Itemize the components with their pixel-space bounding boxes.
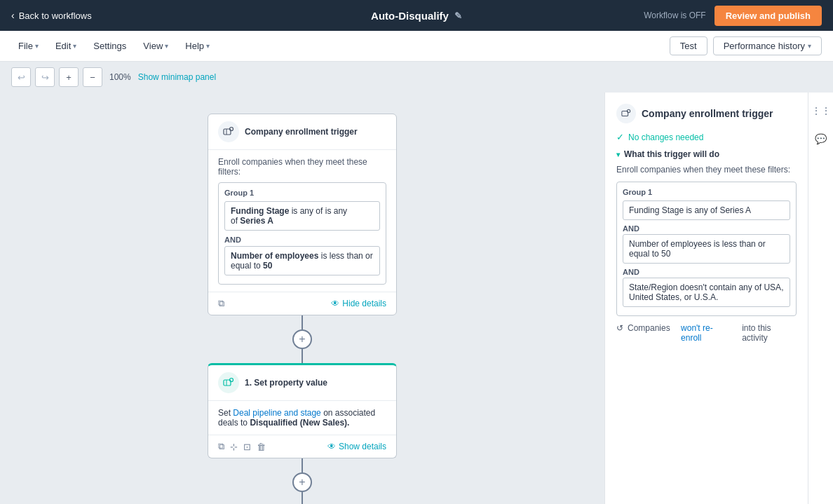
file-menu-label: File bbox=[18, 41, 33, 51]
zoom-out-button[interactable]: − bbox=[83, 67, 102, 87]
workflow-canvas: Company enrollment trigger Enroll compan… bbox=[0, 93, 604, 504]
panel-filter2-key: Number of employees bbox=[629, 239, 711, 249]
canvas-area: Company enrollment trigger Enroll compan… bbox=[0, 93, 833, 504]
action-body-text: Set bbox=[218, 408, 231, 418]
copy-trigger-icon[interactable]: ⧉ bbox=[218, 298, 224, 309]
show-minimap-link[interactable]: Show minimap panel bbox=[138, 72, 216, 82]
reenroll-link[interactable]: won't re-enroll bbox=[681, 323, 731, 343]
zoom-in-button[interactable]: + bbox=[59, 67, 79, 87]
workflow-name: Auto-Disqualify bbox=[371, 10, 449, 22]
trigger-card-header: Company enrollment trigger bbox=[208, 114, 396, 150]
right-sidebar: ⋮⋮ 💬 bbox=[808, 93, 833, 504]
panel-filter-1: Funding Stage is any of Series A bbox=[623, 200, 790, 220]
reenroll-text: Companies bbox=[628, 323, 670, 333]
filter1-val: Series A bbox=[240, 216, 273, 226]
show-details-label: Show details bbox=[339, 442, 386, 451]
trigger-card-body: Enroll companies when they meet these fi… bbox=[208, 150, 396, 292]
panel-filter1-op: is any of bbox=[686, 205, 719, 215]
performance-history-button[interactable]: Performance history ▾ bbox=[713, 36, 822, 55]
what-trigger-row[interactable]: ▾ What this trigger will do bbox=[616, 149, 797, 159]
action-card-title: 1. Set property value bbox=[245, 378, 327, 388]
trigger-and-1: AND bbox=[224, 233, 380, 246]
hide-details-button[interactable]: 👁 Hide details bbox=[331, 299, 386, 308]
edit-menu-label: Edit bbox=[55, 41, 71, 51]
edit-menu[interactable]: Edit ▾ bbox=[48, 36, 83, 55]
action-card-body: Set Deal pipeline and stage on associate… bbox=[208, 401, 396, 435]
top-nav-right: Workflow is OFF Review and publish bbox=[644, 6, 822, 26]
panel-filter2-val: 50 bbox=[661, 249, 670, 259]
performance-chevron-icon: ▾ bbox=[808, 42, 811, 50]
panel-filter-2: Number of employees is less than or equa… bbox=[623, 234, 790, 264]
redo-button[interactable]: ↪ bbox=[35, 67, 55, 87]
canvas-toolbar: ↩ ↪ + − 100% Show minimap panel bbox=[0, 62, 833, 93]
panel-trigger-header: Company enrollment trigger bbox=[616, 104, 797, 123]
secondary-nav-actions: Test Performance history ▾ bbox=[670, 36, 822, 55]
right-panel: Company enrollment trigger ✓ No changes … bbox=[604, 93, 808, 504]
sidebar-grid-icon[interactable]: ⋮⋮ bbox=[811, 101, 831, 121]
panel-filter1-key: Funding Stage bbox=[629, 205, 684, 215]
panel-and-2: AND bbox=[623, 266, 790, 278]
view-menu-label: View bbox=[143, 41, 163, 51]
view-chevron-icon: ▾ bbox=[165, 42, 168, 50]
test-button[interactable]: Test bbox=[670, 36, 707, 55]
top-navigation: ‹ Back to workflows Auto-Disqualify ✎ Wo… bbox=[0, 0, 833, 31]
back-button[interactable]: ‹ Back to workflows bbox=[11, 10, 92, 21]
back-chevron-icon: ‹ bbox=[11, 10, 15, 21]
panel-filter-3: State/Region doesn't contain any of USA,… bbox=[623, 278, 790, 307]
trigger-filter-1: Funding Stage is any of is any of Series… bbox=[224, 201, 380, 231]
filter1-op: is any of bbox=[292, 206, 323, 216]
performance-history-label: Performance history bbox=[724, 41, 805, 51]
view-menu[interactable]: View ▾ bbox=[136, 36, 175, 55]
help-chevron-icon: ▾ bbox=[206, 42, 210, 50]
trigger-card-title: Company enrollment trigger bbox=[245, 127, 358, 137]
copy-icon[interactable]: ⊡ bbox=[243, 442, 251, 452]
action-bold-text: Disqualified (New Sales). bbox=[250, 418, 349, 428]
connector-line-4 bbox=[302, 492, 303, 504]
panel-enroll-desc: Enroll companies when they meet these fi… bbox=[616, 165, 797, 175]
panel-filter3-op: doesn't contain any of bbox=[680, 282, 764, 292]
settings-menu[interactable]: Settings bbox=[86, 36, 133, 55]
group-label: Group 1 bbox=[224, 189, 380, 197]
reenroll-text-2: into this activity bbox=[742, 323, 797, 343]
action-card[interactable]: 1. Set property value Set Deal pipeline … bbox=[208, 363, 397, 458]
reenroll-notice: ↺ Companies won't re-enroll into this ac… bbox=[616, 323, 797, 343]
panel-group-box: Group 1 Funding Stage is any of Series A… bbox=[616, 182, 797, 316]
action-card-header: 1. Set property value bbox=[208, 365, 396, 401]
file-menu[interactable]: File ▾ bbox=[11, 36, 46, 55]
filter2-key: Number of employees bbox=[231, 251, 318, 261]
eye-icon-2: 👁 bbox=[327, 442, 336, 451]
panel-filter3-key: State/Region bbox=[629, 282, 677, 292]
add-step-button-2[interactable]: + bbox=[292, 472, 312, 492]
action-icon bbox=[218, 372, 239, 393]
trigger-filter-2: Number of employees is less than or equa… bbox=[224, 246, 380, 275]
delete-icon[interactable]: 🗑 bbox=[257, 442, 266, 452]
expand-chevron-icon: ▾ bbox=[616, 151, 620, 158]
trigger-card[interactable]: Company enrollment trigger Enroll compan… bbox=[208, 114, 397, 315]
trigger-description: Enroll companies when they meet these fi… bbox=[218, 157, 386, 177]
edit-chevron-icon: ▾ bbox=[73, 42, 76, 50]
connector-line-1 bbox=[302, 315, 303, 329]
trigger-group-box: Group 1 Funding Stage is any of is any o… bbox=[218, 182, 386, 285]
connector-line-2 bbox=[302, 349, 303, 363]
drag-icon[interactable]: ⊹ bbox=[230, 442, 238, 452]
undo-button[interactable]: ↩ bbox=[11, 67, 31, 87]
secondary-navigation: File ▾ Edit ▾ Settings View ▾ Help ▾ Tes… bbox=[0, 31, 833, 62]
duplicate-icon[interactable]: ⧉ bbox=[218, 441, 224, 452]
show-details-button[interactable]: 👁 Show details bbox=[327, 442, 386, 451]
reenroll-icon: ↺ bbox=[616, 323, 623, 333]
review-publish-button[interactable]: Review and publish bbox=[715, 6, 822, 26]
workflow-status: Workflow is OFF bbox=[644, 11, 705, 20]
help-menu[interactable]: Help ▾ bbox=[178, 36, 217, 55]
edit-name-icon[interactable]: ✎ bbox=[454, 11, 462, 21]
trigger-card-footer: ⧉ 👁 Hide details bbox=[208, 292, 396, 315]
action-link[interactable]: Deal pipeline and stage bbox=[233, 408, 320, 418]
sidebar-comment-icon[interactable]: 💬 bbox=[811, 129, 831, 149]
settings-menu-label: Settings bbox=[93, 41, 126, 51]
file-chevron-icon: ▾ bbox=[35, 42, 39, 50]
no-changes-row: ✓ No changes needed bbox=[616, 132, 797, 142]
panel-trigger-title: Company enrollment trigger bbox=[642, 108, 773, 119]
help-menu-label: Help bbox=[185, 41, 204, 51]
add-step-button-1[interactable]: + bbox=[292, 329, 312, 349]
back-label: Back to workflows bbox=[19, 11, 92, 21]
panel-trigger-icon bbox=[616, 104, 636, 123]
